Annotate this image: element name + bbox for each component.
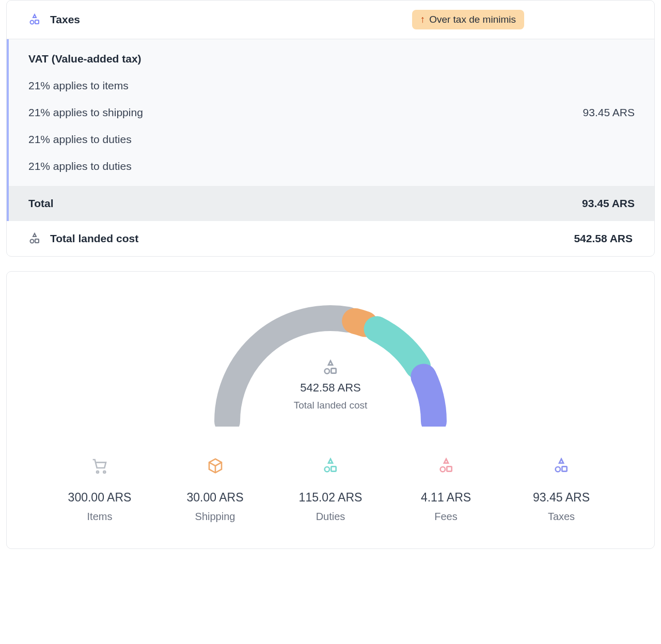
landed-value: 542.58 ARS	[574, 232, 633, 245]
legend-item-items: 300.00 ARS Items	[53, 458, 146, 523]
shapes-icon	[322, 359, 339, 376]
cart-icon	[91, 458, 108, 474]
svg-rect-11	[447, 466, 451, 471]
shapes-icon	[438, 458, 454, 474]
box-icon	[207, 458, 224, 474]
svg-point-6	[97, 471, 99, 473]
legend-item-taxes: 93.45 ARS Taxes	[515, 458, 608, 523]
taxes-card: Taxes ↑ Over tax de minimis VAT (Value-a…	[6, 0, 655, 257]
badge-text: Over tax de minimis	[429, 14, 516, 25]
landed-label: Total landed cost	[50, 232, 138, 245]
vat-line: 21% applies to shipping	[28, 106, 143, 119]
svg-rect-3	[35, 239, 39, 243]
legend-item-duties: 115.02 ARS Duties	[284, 458, 377, 523]
shapes-icon	[28, 13, 41, 26]
shapes-icon	[28, 232, 41, 245]
total-label: Total	[28, 197, 54, 210]
legend-value: 300.00 ARS	[68, 491, 132, 505]
landed-cost-chart-card: 542.58 ARS Total landed cost 300.00 ARS …	[6, 271, 655, 549]
legend-label: Taxes	[548, 511, 575, 523]
arrow-up-icon: ↑	[420, 14, 426, 25]
svg-point-10	[440, 467, 445, 472]
legend-value: 30.00 ARS	[187, 491, 244, 505]
taxes-total-row: Total 93.45 ARS	[7, 186, 654, 221]
legend-label: Items	[87, 511, 113, 523]
gauge-chart: 542.58 ARS Total landed cost	[38, 292, 623, 478]
svg-rect-5	[331, 368, 336, 373]
vat-title: VAT (Value-added tax)	[28, 53, 635, 65]
svg-rect-1	[35, 20, 39, 24]
taxes-title: Taxes	[50, 13, 80, 26]
vat-amount: 93.45 ARS	[583, 106, 635, 119]
legend-value: 4.11 ARS	[421, 491, 471, 505]
vat-line: 21% applies to duties	[28, 133, 635, 146]
legend-value: 93.45 ARS	[533, 491, 590, 505]
vat-line: 21% applies to items	[28, 80, 635, 92]
legend-value: 115.02 ARS	[299, 491, 363, 505]
total-value: 93.45 ARS	[582, 197, 635, 210]
legend-label: Duties	[316, 511, 345, 523]
gauge-total-value: 542.58 ARS	[300, 381, 360, 395]
legend-item-fees: 4.11 ARS Fees	[400, 458, 493, 523]
taxes-header: Taxes ↑ Over tax de minimis	[7, 1, 654, 39]
vat-section: VAT (Value-added tax) 21% applies to ite…	[7, 39, 654, 186]
svg-rect-13	[562, 466, 566, 471]
svg-point-4	[325, 369, 329, 373]
legend-label: Shipping	[195, 511, 235, 523]
svg-rect-9	[331, 466, 336, 471]
svg-point-7	[103, 471, 105, 473]
landed-cost-row: Total landed cost 542.58 ARS	[7, 221, 654, 256]
tax-deminimis-badge: ↑ Over tax de minimis	[412, 10, 524, 29]
svg-point-0	[30, 21, 34, 24]
legend-label: Fees	[434, 511, 457, 523]
chart-legend: 300.00 ARS Items 30.00 ARS Shipping 115.…	[38, 458, 623, 523]
gauge-total-label: Total landed cost	[294, 400, 368, 411]
svg-point-8	[325, 467, 329, 472]
vat-row-shipping: 21% applies to shipping 93.45 ARS	[28, 106, 635, 119]
legend-item-shipping: 30.00 ARS Shipping	[169, 458, 262, 523]
shapes-icon	[553, 458, 570, 474]
svg-point-12	[556, 467, 560, 472]
shapes-icon	[322, 458, 339, 474]
svg-point-2	[30, 240, 34, 243]
vat-line: 21% applies to duties	[28, 160, 635, 172]
